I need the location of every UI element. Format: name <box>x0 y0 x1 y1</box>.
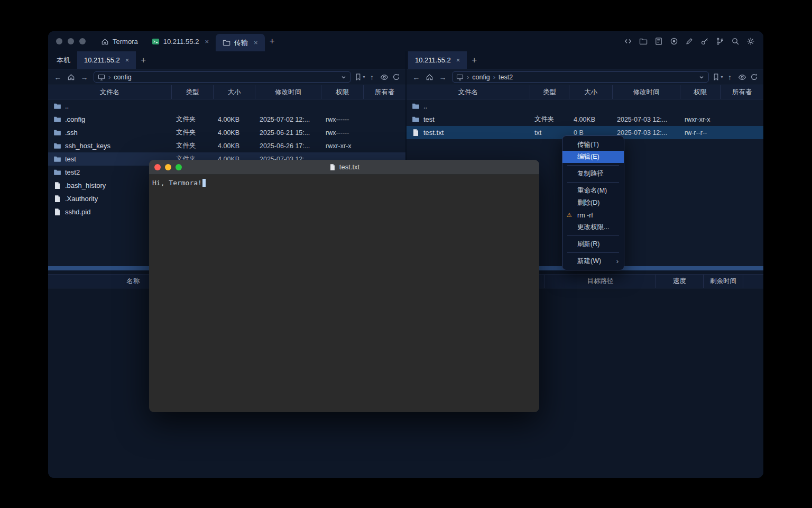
menu-item-rm-rf[interactable]: ⚠rm -rf <box>562 209 624 221</box>
close-tab-icon[interactable]: × <box>254 39 258 46</box>
tab-label: 本机 <box>57 56 70 65</box>
key-icon[interactable] <box>700 37 709 46</box>
file-icon <box>53 208 61 216</box>
termora-main-window: Termora 10.211.55.2 × 传输 × + <box>48 31 763 478</box>
file-name: .bash_history <box>65 182 106 189</box>
file-row[interactable]: ssh_host_keys 文件夹 4.00KB 2025-06-26 17:.… <box>48 139 405 152</box>
folder-icon[interactable] <box>639 37 648 46</box>
editor-minimize-button[interactable] <box>165 164 171 170</box>
refresh-button[interactable] <box>748 71 760 84</box>
text-cursor <box>202 179 206 187</box>
menu-item-rename[interactable]: 重命名(M) <box>562 185 624 197</box>
menu-item-chmod[interactable]: 更改权限... <box>562 221 624 233</box>
bookmark-button[interactable]: ▾ <box>712 71 724 84</box>
menu-item-transfer[interactable]: 传输(T) <box>562 139 624 151</box>
column-header-owner[interactable]: 所有者 <box>721 85 763 99</box>
column-header-remaining-time[interactable]: 剩余时间 <box>704 275 743 288</box>
bookmark-button[interactable]: ▾ <box>354 71 366 84</box>
file-row[interactable]: .. <box>48 99 405 113</box>
tab-remote-host[interactable]: 10.211.55.2 × <box>408 51 467 69</box>
new-tab-button[interactable]: + <box>467 51 482 69</box>
menu-item-edit[interactable]: 编辑(E) <box>562 151 624 163</box>
close-window-button[interactable] <box>56 38 62 44</box>
column-header-target-path[interactable]: 目标路径 <box>545 275 656 288</box>
file-row[interactable]: .config 文件夹 4.00KB 2025-07-02 12:... rwx… <box>48 113 405 126</box>
tab-ssh-session[interactable]: 10.211.55.2 × <box>145 31 216 51</box>
folder-icon <box>412 102 420 110</box>
home-button[interactable] <box>423 71 436 84</box>
editor-close-button[interactable] <box>154 164 161 170</box>
settings-icon[interactable] <box>746 37 755 46</box>
column-header-type[interactable]: 类型 <box>172 85 214 99</box>
path-segment[interactable]: config <box>114 74 131 81</box>
file-row[interactable]: .. <box>407 99 763 113</box>
computer-icon <box>456 74 464 81</box>
forward-button[interactable]: → <box>78 71 91 84</box>
menu-item-refresh[interactable]: 刷新(R) <box>562 238 624 250</box>
new-tab-button[interactable]: + <box>136 51 151 69</box>
column-header-size[interactable]: 大小 <box>569 85 613 99</box>
context-menu: 传输(T) 编辑(E) 复制路径 重命名(M) 删除(D) ⚠rm -rf 更改… <box>562 135 624 270</box>
editor-titlebar[interactable]: test.txt <box>149 160 539 175</box>
column-header-type[interactable]: 类型 <box>530 85 569 99</box>
home-button[interactable] <box>64 71 78 84</box>
back-button[interactable]: ← <box>410 71 423 84</box>
menu-item-delete[interactable]: 删除(D) <box>562 197 624 209</box>
branch-icon[interactable] <box>715 37 725 46</box>
column-header-owner[interactable]: 所有者 <box>364 85 405 99</box>
upload-button[interactable]: ↑ <box>724 71 736 84</box>
column-header-filename[interactable]: 文件名 <box>407 85 530 99</box>
file-row[interactable]: .ssh 文件夹 4.00KB 2025-06-21 15:... rwx---… <box>48 126 405 139</box>
show-hidden-button[interactable] <box>378 71 390 84</box>
code-icon[interactable] <box>623 37 633 46</box>
chevron-down-icon[interactable] <box>698 74 705 80</box>
column-header-size[interactable]: 大小 <box>214 85 255 99</box>
tab-label: 10.211.55.2 <box>415 56 451 64</box>
notebook-icon[interactable] <box>654 37 663 46</box>
editor-content[interactable]: Hi, Termora! <box>149 175 539 191</box>
tab-termora-home[interactable]: Termora <box>94 31 145 51</box>
menu-separator <box>567 235 619 236</box>
menu-item-copy-path[interactable]: 复制路径 <box>562 168 624 180</box>
pencil-icon[interactable] <box>685 37 694 46</box>
editor-zoom-button[interactable] <box>176 164 182 170</box>
search-icon[interactable] <box>731 37 740 46</box>
record-icon[interactable] <box>669 37 679 46</box>
close-tab-icon[interactable]: × <box>205 38 209 45</box>
column-header-speed[interactable]: 速度 <box>656 275 704 288</box>
path-segment[interactable]: test2 <box>499 74 513 81</box>
window-titlebar: Termora 10.211.55.2 × 传输 × + <box>48 31 763 51</box>
column-header-mtime[interactable]: 修改时间 <box>255 85 321 99</box>
file-mtime: 2025-06-26 17:... <box>255 142 321 150</box>
file-name: .Xauthority <box>65 195 98 203</box>
back-button[interactable]: ← <box>51 71 64 84</box>
forward-button[interactable]: → <box>436 71 449 84</box>
file-perm: rw-r--r-- <box>680 129 721 137</box>
show-hidden-button[interactable] <box>736 71 748 84</box>
chevron-down-icon[interactable] <box>340 74 347 80</box>
column-header-filename[interactable]: 文件名 <box>48 85 172 99</box>
upload-button[interactable]: ↑ <box>366 71 378 84</box>
refresh-button[interactable] <box>390 71 402 84</box>
path-bar[interactable]: › config › test2 <box>452 71 709 83</box>
tab-transfer[interactable]: 传输 × <box>216 34 265 51</box>
computer-icon <box>98 74 105 81</box>
column-header-perm[interactable]: 权限 <box>321 85 364 99</box>
tab-local[interactable]: 本机 <box>50 51 77 69</box>
new-tab-button[interactable]: + <box>265 31 280 51</box>
menu-separator <box>567 252 619 253</box>
column-header-mtime[interactable]: 修改时间 <box>613 85 680 99</box>
file-row[interactable]: test 文件夹 4.00KB 2025-07-03 12:... rwxr-x… <box>407 113 763 126</box>
minimize-window-button[interactable] <box>68 38 74 44</box>
close-tab-icon[interactable]: × <box>456 57 460 64</box>
file-perm: rwx------ <box>321 116 364 123</box>
tab-remote-host[interactable]: 10.211.55.2 × <box>77 51 136 69</box>
zoom-window-button[interactable] <box>79 38 86 44</box>
close-tab-icon[interactable]: × <box>125 57 130 64</box>
folder-icon <box>412 115 420 123</box>
path-separator: › <box>493 74 495 80</box>
column-header-perm[interactable]: 权限 <box>680 85 721 99</box>
menu-item-new[interactable]: 新建(W)› <box>562 255 624 267</box>
path-bar[interactable]: › config <box>94 71 351 83</box>
path-segment[interactable]: config <box>472 74 490 81</box>
